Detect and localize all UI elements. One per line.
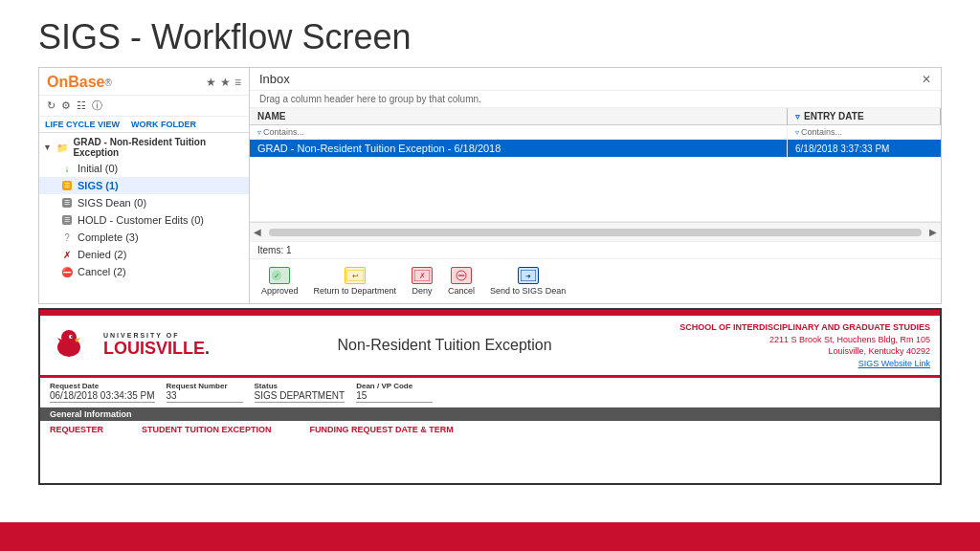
page-title: SIGS - Workflow Screen bbox=[0, 0, 980, 67]
field-label-status: Status bbox=[255, 382, 345, 390]
menu-icon[interactable]: ≡ bbox=[234, 76, 241, 89]
doc-col-student-tuition: STUDENT TUITION EXCEPTION bbox=[142, 425, 272, 434]
tree-item-label: Cancel (2) bbox=[78, 266, 126, 277]
inbox-row[interactable]: GRAD - Non-Resident Tuition Exception - … bbox=[250, 140, 941, 157]
approved-icon: ✓ bbox=[269, 267, 290, 284]
tab-work-folder[interactable]: WORK FOLDER bbox=[125, 117, 202, 132]
field-value-request-number: 33 bbox=[167, 390, 243, 403]
sigs-box-icon: ☰ bbox=[60, 179, 74, 192]
filter-name: ▿ Contains... bbox=[250, 125, 788, 139]
doc-col-funding-request: FUNDING REQUEST DATE & TERM bbox=[310, 425, 454, 434]
scroll-left-icon[interactable]: ◀ bbox=[254, 227, 261, 237]
svg-text:↩: ↩ bbox=[351, 272, 358, 280]
svg-text:✓: ✓ bbox=[274, 272, 280, 280]
hold-icon: ☰ bbox=[60, 213, 74, 227]
filter-contains-name: Contains... bbox=[263, 127, 304, 137]
filter-contains-date: Contains... bbox=[801, 127, 842, 137]
tree-root-label: GRAD - Non-Resident Tuition Exception bbox=[73, 137, 243, 158]
folder-icon: 📁 bbox=[56, 141, 69, 154]
inbox-collapse-icon[interactable]: ✕ bbox=[922, 73, 931, 86]
university-logo: UNIVERSITY OF LOUISVILLE . bbox=[103, 332, 210, 359]
tree-item-label: SIGS Dean (0) bbox=[78, 197, 146, 209]
sigs-address: SCHOOL OF INTERDISCIPLINARY AND GRADUATE… bbox=[679, 321, 930, 369]
field-status: Status SIGS DEPARTMENT bbox=[255, 382, 345, 403]
tab-lifecycle-view[interactable]: LIFE CYCLE VIEW bbox=[39, 117, 125, 132]
doc-col-requester: REQUESTER bbox=[50, 425, 103, 434]
document-panel: UNIVERSITY OF LOUISVILLE . Non-Resident … bbox=[38, 308, 942, 485]
bottom-bar bbox=[0, 522, 980, 551]
onbase-logo: OnBase ® bbox=[47, 74, 112, 91]
logo-dot: ® bbox=[104, 77, 111, 88]
inbox-title: Inbox bbox=[259, 72, 290, 86]
sidebar-tabs: LIFE CYCLE VIEW WORK FOLDER bbox=[39, 117, 249, 133]
tree-item-initial[interactable]: ↓ Initial (0) bbox=[39, 160, 249, 177]
tree-item-label: Initial (0) bbox=[78, 163, 118, 174]
svg-point-15 bbox=[71, 336, 73, 338]
cancel-button[interactable]: Cancel bbox=[444, 265, 479, 298]
inbox-scrollbar[interactable]: ◀ ▶ bbox=[250, 222, 941, 241]
field-request-date: Request Date 06/18/2018 03:34:35 PM bbox=[50, 382, 155, 403]
doc-header-content: UNIVERSITY OF LOUISVILLE . Non-Resident … bbox=[40, 316, 940, 378]
return-button[interactable]: ↩ Return to Department bbox=[310, 265, 401, 298]
inbox-drag-hint: Drag a column header here to group by th… bbox=[250, 91, 941, 108]
form-title: Non-Resident Tuition Exception bbox=[225, 337, 664, 354]
inbox-row-name: GRAD - Non-Resident Tuition Exception - … bbox=[250, 140, 788, 157]
grid-icon[interactable]: ☷ bbox=[77, 99, 86, 112]
field-dean-vp: Dean / VP Code 15 bbox=[356, 382, 433, 403]
info-icon[interactable]: ⓘ bbox=[92, 99, 102, 113]
deny-icon: ✗ bbox=[412, 267, 433, 284]
star-icon[interactable]: ★ bbox=[206, 76, 216, 89]
tree-item-complete[interactable]: ? Complete (3) bbox=[39, 229, 249, 246]
filter-icon-date: ▿ bbox=[795, 128, 799, 137]
cardinal-icon bbox=[50, 326, 88, 364]
arrow-down-icon: ↓ bbox=[60, 162, 74, 175]
field-label-request-date: Request Date bbox=[50, 382, 155, 390]
tree-item-sigs-dean[interactable]: ☰ SIGS Dean (0) bbox=[39, 194, 249, 211]
deny-button[interactable]: ✗ Deny bbox=[408, 265, 436, 298]
refresh-icon[interactable]: ★ bbox=[220, 76, 231, 89]
col-header-name[interactable]: NAME bbox=[250, 108, 788, 124]
send-to-sigs-dean-button[interactable]: ➜ Send to SIGS Dean bbox=[486, 265, 569, 298]
tree-item-sigs[interactable]: ☰ SIGS (1) bbox=[39, 177, 249, 194]
settings-icon[interactable]: ⚙ bbox=[61, 99, 71, 112]
approved-button[interactable]: ✓ Approved bbox=[257, 265, 302, 298]
inbox-area: Inbox ✕ Drag a column header here to gro… bbox=[250, 68, 941, 303]
cancel-icon bbox=[451, 267, 472, 284]
scroll-right-icon[interactable]: ▶ bbox=[929, 227, 937, 237]
sidebar-toolbar-icons: ★ ★ ≡ bbox=[206, 76, 241, 89]
field-value-dean-vp: 15 bbox=[356, 390, 433, 403]
filter-date: ▿ Contains... bbox=[788, 125, 941, 139]
tree-item-hold[interactable]: ☰ HOLD - Customer Edits (0) bbox=[39, 211, 249, 229]
inbox-header: Inbox ✕ bbox=[250, 68, 941, 91]
logo-text: OnBase bbox=[47, 74, 104, 91]
svg-text:✗: ✗ bbox=[419, 272, 426, 280]
sidebar-toolbar-row: ↻ ⚙ ☷ ⓘ bbox=[39, 96, 249, 117]
filter-funnel-icon: ▿ bbox=[795, 112, 800, 121]
field-value-status: SIGS DEPARTMENT bbox=[255, 390, 345, 403]
filter-row: ▿ Contains... ▿ Contains... bbox=[250, 125, 941, 140]
tree-root-item[interactable]: ▼ 📁 GRAD - Non-Resident Tuition Exceptio… bbox=[39, 135, 249, 160]
scroll-thumb[interactable] bbox=[269, 229, 922, 236]
tree-item-denied[interactable]: ✗ Denied (2) bbox=[39, 246, 249, 263]
field-value-request-date: 06/18/2018 03:34:35 PM bbox=[50, 390, 155, 403]
doc-section-general-info: General Information bbox=[40, 408, 940, 421]
denied-icon: ✗ bbox=[60, 248, 74, 261]
filter-icon-name: ▿ bbox=[257, 128, 261, 137]
sigs-website-link[interactable]: SIGS Website Link bbox=[858, 359, 930, 368]
inbox-row-date: 6/18/2018 3:37:33 PM bbox=[788, 141, 941, 157]
svg-text:➜: ➜ bbox=[525, 273, 531, 279]
tree-expand-icon: ▼ bbox=[43, 143, 52, 152]
field-label-dean-vp: Dean / VP Code bbox=[356, 382, 433, 390]
tree-item-label: Complete (3) bbox=[78, 231, 139, 243]
col-header-entry-date[interactable]: ▿ ENTRY DATE bbox=[788, 108, 941, 124]
inbox-empty-area bbox=[250, 157, 941, 222]
tree-item-label: HOLD - Customer Edits (0) bbox=[78, 214, 204, 226]
field-label-request-number: Request Number bbox=[167, 382, 243, 390]
refresh-icon[interactable]: ↻ bbox=[47, 99, 56, 112]
cancel-icon: ⛔ bbox=[60, 265, 74, 278]
tree-item-label: Denied (2) bbox=[78, 249, 126, 260]
address-line3: Louisville, Kentucky 40292 bbox=[679, 345, 930, 358]
uofl-period: . bbox=[205, 339, 210, 359]
tree-area: ▼ 📁 GRAD - Non-Resident Tuition Exceptio… bbox=[39, 133, 249, 303]
tree-item-cancel[interactable]: ⛔ Cancel (2) bbox=[39, 263, 249, 280]
